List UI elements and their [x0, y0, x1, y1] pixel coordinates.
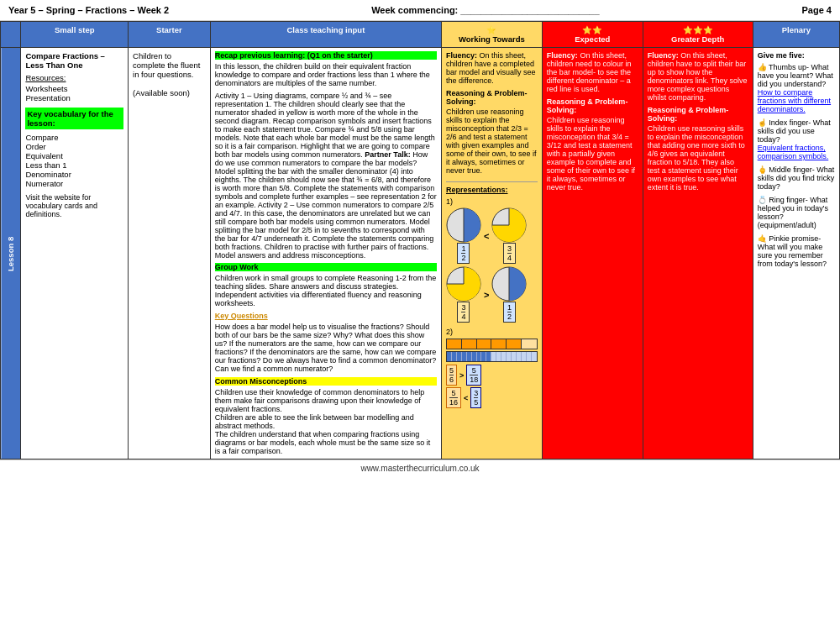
header-week: Week commencing: _______________________…	[371, 5, 599, 15]
greater-header: ⭐⭐⭐ Greater Depth	[643, 22, 753, 48]
main-table: Small step Starter Class teaching input …	[0, 21, 840, 459]
bar-cell-2	[462, 339, 477, 349]
half-pie2: 1 2	[491, 266, 527, 323]
index-item: ☝ Index finger- What skills did you use …	[758, 118, 835, 160]
plenary-header: Plenary	[753, 22, 839, 48]
greater-fluency: Fluency: On this sheet, children have to…	[648, 51, 748, 102]
bar-models: 5 6 > 5 18	[446, 339, 538, 408]
greater-reasoning-label: Reasoning & Problem-Solving:	[648, 106, 748, 123]
header-page: Page 4	[802, 5, 832, 15]
three-quarter-pie2: 3 4	[446, 266, 481, 323]
working-header: ⭐ Working Towards	[441, 22, 542, 48]
frac-3-5: 3 5	[470, 387, 481, 408]
bar-cell-5	[507, 339, 522, 349]
bar-cell-4	[491, 339, 507, 349]
header-title: Year 5 – Spring – Fractions – Week 2	[8, 5, 169, 15]
lesson-header	[1, 22, 21, 48]
page-footer: www.masterthecurriculum.co.uk	[0, 459, 840, 476]
website-note: Visit the website for vocabulary cards a…	[25, 193, 123, 218]
three-quarter-pie-svg	[491, 207, 527, 243]
frac-comparison-1: 5 6 > 5 18	[446, 365, 538, 386]
teaching-header: Class teaching input	[210, 22, 441, 48]
expected-reasoning-label: Reasoning & Problem-Solving:	[547, 97, 638, 114]
rep1-label: 1)	[446, 197, 538, 206]
greater-than-sym: >	[484, 290, 489, 300]
starter-header: Starter	[129, 22, 211, 48]
plenary-col: Give me five: 👍 Thumbs up- What have you…	[753, 48, 839, 459]
rep-item-1: 1)	[446, 197, 538, 323]
half-pie: 1 2	[446, 207, 481, 264]
less-than-sym: <	[484, 231, 489, 241]
half-frac2: 1 2	[503, 302, 516, 323]
expected-title: Expected	[575, 34, 610, 44]
group-work-label: Group Work	[215, 263, 437, 271]
misconceptions-label: Common Misconceptions	[215, 377, 437, 386]
page-wrapper: Year 5 – Spring – Fractions – Week 2 Wee…	[0, 0, 840, 476]
expected-fluency: Fluency: On this sheet, children need to…	[547, 51, 638, 93]
resources-label: Resources:	[25, 73, 123, 82]
vocab-list: CompareOrderEquivalentLess than 1Denomin…	[25, 133, 123, 188]
working-reasoning: Children use reasoning skills to explain…	[446, 108, 538, 175]
greater-title: Greater Depth	[671, 34, 724, 44]
working-stars: ⭐	[486, 25, 496, 34]
small-step-header: Small step	[21, 22, 129, 48]
half-pie2-svg	[491, 266, 527, 302]
bar-model-1	[446, 339, 538, 349]
greater-stars: ⭐⭐⭐	[683, 25, 713, 34]
greater-col: Fluency: On this sheet, children have to…	[643, 48, 753, 459]
half-frac: 1 2	[457, 243, 470, 264]
greater-reasoning: Children use reasoning skills to explain…	[648, 124, 748, 192]
three-quarter-pie: 3 4	[491, 207, 527, 264]
three-quarter-pie2-svg	[446, 266, 481, 302]
starter-col: Children to complete the fluent in four …	[129, 48, 211, 459]
working-fluency: Fluency: On this sheet, children have a …	[446, 51, 538, 85]
thumb-item: 👍 Thumbs up- What have you learnt? What …	[758, 63, 835, 113]
activity1-text: Activity 1 – Using diagrams, compare ½ a…	[215, 92, 437, 260]
working-col: Fluency: On this sheet, children have a …	[441, 48, 542, 459]
ring-item: 💍 Ring finger- What helped you in today'…	[758, 196, 835, 229]
lt-sym: <	[464, 394, 468, 402]
group-work-text: Children work in small groups to complet…	[215, 274, 437, 307]
key-questions-text: How does a bar model help us to visualis…	[215, 323, 437, 373]
page-header: Year 5 – Spring – Fractions – Week 2 Wee…	[0, 0, 840, 21]
expected-header: ⭐⭐ Expected	[542, 22, 643, 48]
bar-model-2	[446, 351, 538, 362]
representations-label: Representations:	[446, 186, 538, 194]
gt-sym: >	[459, 371, 464, 380]
frac-5-6: 5 6	[446, 365, 457, 386]
bar-cell-b18	[532, 352, 537, 361]
three-quarter-frac2: 3 4	[457, 302, 470, 323]
how-to-compare-link[interactable]: How to compare fractions with different …	[758, 88, 831, 113]
small-step-col: Compare Fractions – Less Than One Resour…	[21, 48, 129, 459]
key-questions-label: Key Questions	[215, 312, 437, 320]
frac-5-16: 5 16	[446, 387, 461, 408]
small-step-title: Compare Fractions – Less Than One	[25, 51, 123, 70]
lesson-label: Lesson 8	[1, 48, 21, 459]
recap-text: In this lesson, the children build on th…	[215, 62, 437, 87]
half-pie-svg	[446, 207, 481, 243]
frac-comparison-2: 5 16 < 3 5	[446, 387, 538, 408]
bar-cell-1	[447, 339, 462, 349]
give-five-label: Give me five:	[758, 51, 835, 60]
rep-item-2: 2)	[446, 328, 538, 408]
resources-list: WorksheetsPresentation	[25, 84, 123, 102]
expected-reasoning: Children use reasoning skills to explain…	[547, 116, 638, 192]
recap-label: Recap previous learning: (Q1 on the star…	[215, 51, 437, 60]
middle-item: 🖕 Middle finger- What skills did you fin…	[758, 165, 835, 191]
equiv-link[interactable]: Equivalent fractions, comparison symbols…	[758, 144, 829, 160]
teaching-col: Recap previous learning: (Q1 on the star…	[210, 48, 441, 459]
bar-cell-6	[522, 339, 537, 349]
expected-stars: ⭐⭐	[582, 25, 602, 34]
three-quarter-frac: 3 4	[503, 243, 516, 264]
misconceptions-text: Children use their knowledge of common d…	[215, 388, 437, 455]
representations-section: Representations: 1)	[446, 181, 538, 408]
expected-col: Fluency: On this sheet, children need to…	[542, 48, 643, 459]
rep1-visual: 1 2 <	[446, 207, 538, 323]
bar-cell-3	[477, 339, 492, 349]
frac-5-18: 5 18	[466, 365, 481, 386]
working-reasoning-label: Reasoning & Problem-Solving:	[446, 89, 538, 106]
rep2-label: 2)	[446, 328, 538, 336]
working-title: Working Towards	[459, 34, 525, 44]
pinkie-item: 🤙 Pinkie promise- What will you make sur…	[758, 234, 835, 268]
key-vocab-box: Key vocabulary for the lesson:	[25, 108, 123, 129]
